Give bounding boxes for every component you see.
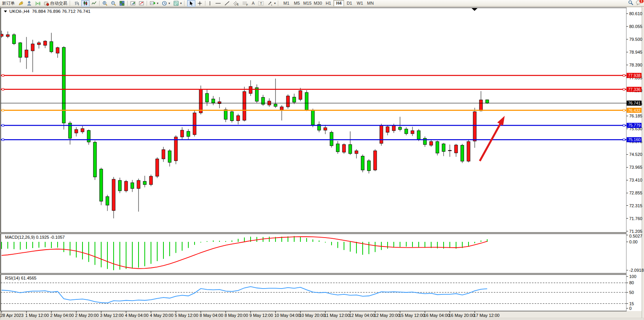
- chat-button[interactable]: 1: [636, 0, 642, 6]
- add-indicator-button[interactable]: ▾: [148, 0, 160, 7]
- timeframe-button-m5[interactable]: M5: [291, 0, 302, 7]
- chevron-down-icon: ▾: [274, 2, 275, 5]
- svg-text:100: 100: [629, 274, 636, 279]
- svg-text:12 May 20:00: 12 May 20:00: [374, 313, 400, 318]
- svg-text:0.5027: 0.5027: [629, 234, 642, 238]
- chart-title-text: UKOil-,H4 76.884 76.896 76.712 76.741: [9, 9, 90, 14]
- new-order-label: 新订单: [2, 0, 15, 6]
- svg-text:15: 15: [629, 301, 634, 306]
- zoom-in-button[interactable]: [101, 0, 109, 7]
- svg-text:71.205: 71.205: [629, 229, 642, 234]
- svg-text:76.185: 76.185: [629, 114, 642, 118]
- text-button[interactable]: A: [250, 0, 256, 7]
- macd-label: MACD(12,26,9) 0.1925 -0.1057: [5, 235, 65, 240]
- svg-text:-2.0918: -2.0918: [629, 268, 644, 273]
- shapes-button[interactable]: ▾: [266, 0, 277, 7]
- auto-scroll-icon: [130, 1, 135, 6]
- toolbar-grip: [278, 1, 280, 6]
- chat-unread-badge: 1: [639, 0, 644, 3]
- vertical-line-button[interactable]: [207, 0, 213, 7]
- svg-text:16 May 20:00: 16 May 20:00: [449, 313, 475, 318]
- svg-text:79.500: 79.500: [629, 37, 642, 42]
- svg-text:5 May 12:00: 5 May 12:00: [175, 313, 198, 318]
- svg-text:71.760: 71.760: [629, 216, 642, 221]
- chart-title: UKOil-,H4 76.884 76.896 76.712 76.741: [4, 9, 90, 14]
- zoom-out-icon: [111, 1, 116, 6]
- timeframe-button-m30[interactable]: M30: [312, 0, 323, 7]
- svg-text:4 May 20:00: 4 May 20:00: [150, 313, 174, 318]
- svg-text:72.315: 72.315: [629, 203, 642, 208]
- svg-text:77.938: 77.938: [628, 73, 640, 78]
- new-order-button[interactable]: 新订单: [0, 0, 16, 7]
- crosshair-icon: [197, 1, 202, 6]
- svg-text:74.520: 74.520: [629, 152, 642, 157]
- label-icon: T: [258, 1, 264, 6]
- svg-text:75.779: 75.779: [628, 123, 640, 128]
- community-button[interactable]: [25, 0, 33, 7]
- horizontal-line-icon: [215, 1, 221, 6]
- svg-text:75.160: 75.160: [628, 137, 640, 142]
- label-button[interactable]: T: [256, 0, 265, 7]
- timeframe-button-m15[interactable]: M15: [302, 0, 312, 7]
- svg-text:8 May 04:00: 8 May 04:00: [200, 313, 223, 318]
- svg-text:T: T: [260, 2, 262, 5]
- add-indicator-icon: [150, 1, 155, 6]
- signals-button[interactable]: [34, 0, 42, 7]
- shapes-icon: [267, 1, 272, 6]
- svg-text:1 May 12:00: 1 May 12:00: [25, 313, 49, 318]
- toolbar-separator: [99, 1, 100, 6]
- channel-button[interactable]: E: [232, 0, 240, 7]
- search-icon[interactable]: [628, 0, 633, 6]
- svg-text:4 May 04:00: 4 May 04:00: [125, 313, 149, 318]
- chart-shift-button[interactable]: [137, 0, 146, 7]
- tile-windows-button[interactable]: [118, 0, 126, 7]
- rsi-label: RSI(14) 61.4565: [5, 276, 37, 280]
- text-icon: A: [252, 1, 254, 5]
- bar-chart-button[interactable]: [73, 0, 81, 7]
- templates-button[interactable]: ▾: [172, 0, 183, 7]
- autotrading-label: 自动交易: [50, 0, 67, 6]
- toolbar-separator: [127, 1, 128, 6]
- chart-canvas[interactable]: 80.61080.05579.50078.94578.39077.83577.2…: [0, 7, 644, 320]
- cursor-button[interactable]: [187, 0, 195, 7]
- autotrading-button[interactable]: 自动交易: [42, 0, 69, 7]
- sound-button[interactable]: [17, 0, 25, 7]
- timeframe-button-h1[interactable]: H1: [323, 0, 333, 7]
- svg-text:76.432: 76.432: [628, 108, 640, 113]
- timeframe-button-m1[interactable]: M1: [281, 0, 291, 7]
- line-chart-icon: [91, 1, 97, 6]
- trendline-button[interactable]: [223, 0, 231, 7]
- sound-icon: [18, 1, 23, 6]
- crosshair-button[interactable]: [196, 0, 204, 7]
- fibonacci-icon: F: [242, 1, 248, 6]
- svg-text:80: 80: [629, 280, 634, 285]
- svg-text:15 May 12:00: 15 May 12:00: [399, 313, 425, 318]
- main-toolbar: 新订单 自动交易 ▾ ▾: [0, 0, 644, 7]
- candlestick-button[interactable]: [81, 0, 89, 7]
- horizontal-line-button[interactable]: [214, 0, 223, 7]
- timeframe-button-h4[interactable]: H4: [333, 0, 344, 7]
- svg-text:78.945: 78.945: [629, 50, 642, 54]
- chevron-down-icon: ▾: [168, 2, 170, 5]
- fibonacci-button[interactable]: F: [241, 0, 250, 7]
- svg-text:10 May 20:00: 10 May 20:00: [299, 313, 325, 318]
- timeframe-button-d1[interactable]: D1: [344, 0, 354, 7]
- periods-button[interactable]: ▾: [160, 0, 172, 7]
- timeframe-button-mn[interactable]: MN: [365, 0, 376, 7]
- chevron-down-icon: ▾: [157, 2, 158, 5]
- channel-icon: E: [233, 1, 239, 6]
- svg-text:2 May 20:00: 2 May 20:00: [75, 313, 99, 318]
- line-chart-button[interactable]: [90, 0, 98, 7]
- svg-text:0: 0: [629, 306, 632, 311]
- svg-text:2 May 04:00: 2 May 04:00: [50, 313, 74, 318]
- svg-text:17 May 12:00: 17 May 12:00: [474, 313, 500, 318]
- auto-scroll-button[interactable]: [129, 0, 137, 7]
- svg-text:80.610: 80.610: [629, 11, 642, 16]
- templates-icon: [174, 1, 179, 6]
- svg-text:16 May 04:00: 16 May 04:00: [424, 313, 450, 318]
- svg-text:73.410: 73.410: [629, 178, 642, 182]
- svg-text:72.855: 72.855: [629, 191, 642, 195]
- timeframe-button-w1[interactable]: W1: [354, 0, 365, 7]
- zoom-out-button[interactable]: [109, 0, 118, 7]
- svg-text:28 Apr 2023: 28 Apr 2023: [0, 313, 23, 318]
